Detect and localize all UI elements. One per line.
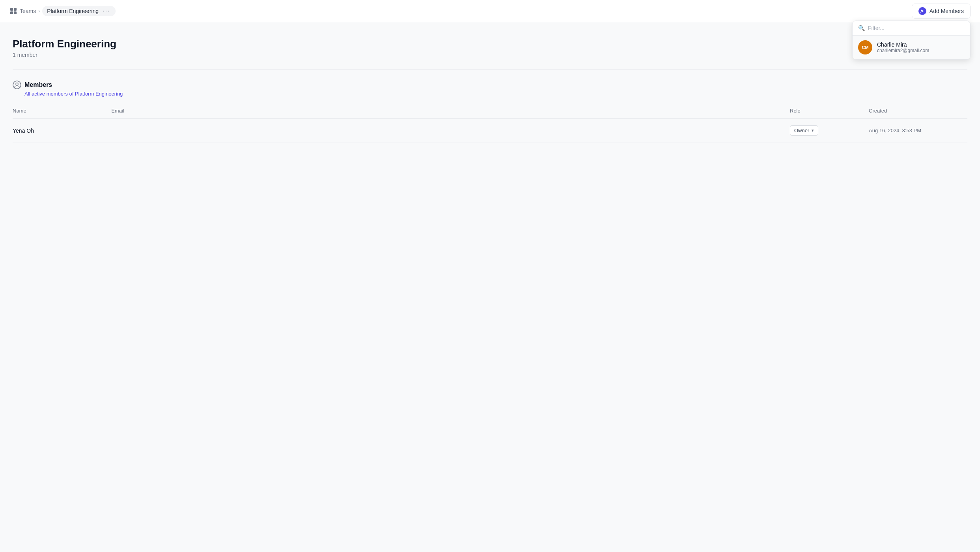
user-email: charliemira2@gmail.com (877, 48, 929, 53)
svg-point-5 (921, 9, 922, 11)
table-header: Name Email Role Created (13, 108, 967, 119)
svg-rect-1 (14, 8, 17, 11)
row-name: Yena Oh (13, 128, 111, 134)
main-content: Platform Engineering 1 member Members Al… (0, 22, 980, 143)
user-info: Charlie Mira charliemira2@gmail.com (877, 41, 929, 53)
teams-icon (9, 7, 17, 15)
add-members-icon (918, 7, 926, 15)
filter-search-icon: 🔍 (858, 25, 865, 31)
current-team-label: Platform Engineering (47, 8, 99, 14)
role-select[interactable]: Owner ▾ (790, 125, 818, 136)
teams-breadcrumb[interactable]: Teams (9, 7, 36, 15)
svg-rect-2 (10, 11, 13, 14)
more-options-button[interactable]: ··· (102, 8, 111, 15)
header: Teams › Platform Engineering ··· Add Mem… (0, 0, 980, 22)
members-section-header: Members (13, 81, 967, 89)
svg-rect-0 (10, 8, 13, 11)
svg-point-7 (16, 83, 18, 85)
add-members-dropdown: 🔍 CM Charlie Mira charliemira2@gmail.com (852, 21, 971, 60)
filter-wrapper: 🔍 (853, 21, 970, 36)
page-title: Platform Engineering (13, 38, 967, 50)
svg-point-6 (13, 81, 21, 89)
current-team-breadcrumb: Platform Engineering ··· (42, 6, 116, 16)
col-created: Created (869, 108, 967, 114)
member-count: 1 member (13, 52, 967, 58)
add-members-label: Add Members (930, 8, 964, 14)
teams-label: Teams (20, 8, 36, 14)
breadcrumb: Teams › Platform Engineering ··· (9, 6, 116, 16)
role-value: Owner (794, 128, 809, 133)
add-members-button[interactable]: Add Members (912, 4, 971, 19)
divider (13, 69, 967, 69)
table-row: Yena Oh Owner ▾ Aug 16, 2024, 3:53 PM (13, 119, 967, 143)
members-title: Members (24, 81, 52, 88)
members-subtitle: All active members of Platform Engineeri… (24, 91, 967, 97)
user-name: Charlie Mira (877, 41, 929, 48)
row-created: Aug 16, 2024, 3:53 PM (869, 128, 967, 133)
col-role: Role (790, 108, 869, 114)
members-icon (13, 81, 21, 89)
breadcrumb-chevron: › (38, 8, 40, 14)
col-email: Email (111, 108, 790, 114)
svg-rect-3 (14, 11, 17, 14)
user-avatar: CM (858, 40, 872, 54)
role-chevron-icon: ▾ (812, 128, 814, 133)
filter-input[interactable] (868, 25, 965, 31)
col-name: Name (13, 108, 111, 114)
user-suggestion-item[interactable]: CM Charlie Mira charliemira2@gmail.com (853, 36, 970, 59)
